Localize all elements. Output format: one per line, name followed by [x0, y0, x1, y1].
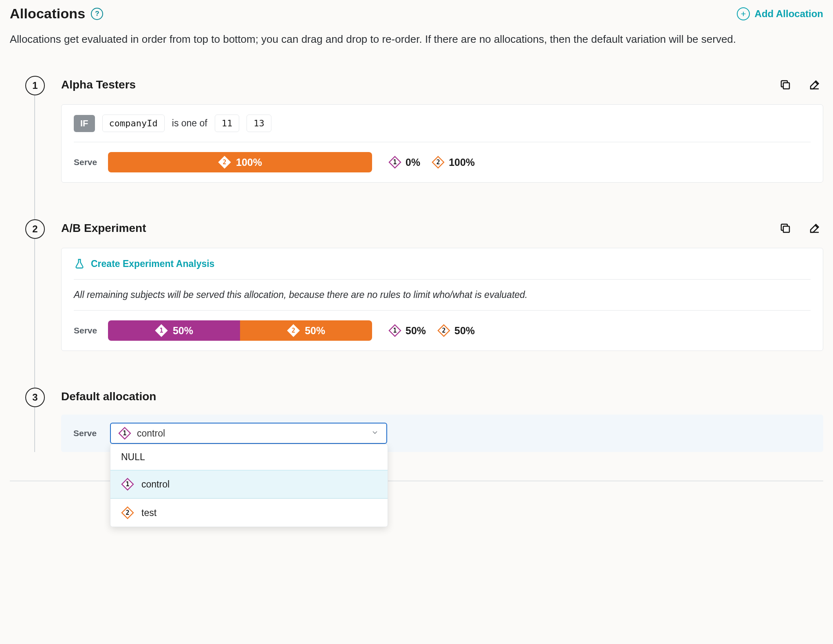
- variation-option-label: test: [141, 507, 156, 518]
- default-serve-card: Serve 1 control: [61, 415, 823, 452]
- split-segment: 2 50%: [240, 320, 372, 341]
- variant-diamond-icon: 1: [388, 156, 401, 169]
- split-label: 100%: [236, 157, 262, 168]
- allocation-card: IF companyId is one of 11 13 Serve: [61, 104, 823, 183]
- page-title: Allocations: [10, 6, 85, 22]
- split-bar: 2 100%: [108, 152, 372, 172]
- page-subtitle: Allocations get evaluated in order from …: [10, 31, 823, 47]
- rule-operator: is one of: [172, 118, 207, 129]
- variant-diamond-icon: 1: [118, 427, 131, 440]
- variant-diamond-icon: 2: [287, 324, 300, 337]
- split-label: 50%: [173, 325, 193, 337]
- split-segment: 1 50%: [108, 320, 240, 341]
- allocation-card: Create Experiment Analysis All remaining…: [61, 248, 823, 351]
- rule-row: IF companyId is one of 11 13: [62, 105, 823, 142]
- help-icon[interactable]: ?: [91, 8, 103, 20]
- default-allocation-title: Default allocation: [61, 390, 156, 403]
- variant-diamond-icon: 2: [432, 156, 445, 169]
- legend-item: 2 100%: [432, 156, 475, 169]
- create-experiment-label: Create Experiment Analysis: [91, 258, 214, 269]
- variation-option-test[interactable]: 2 test: [110, 498, 388, 527]
- legend-label: 100%: [449, 157, 475, 168]
- variation-select-value: control: [137, 428, 165, 439]
- variation-select[interactable]: 1 control: [110, 423, 387, 444]
- rule-value: 11: [215, 115, 240, 132]
- plus-icon: [737, 7, 750, 20]
- add-allocation-label: Add Allocation: [755, 8, 823, 20]
- svg-rect-0: [783, 83, 789, 89]
- variation-option-label: NULL: [121, 452, 145, 463]
- serve-label: Serve: [74, 326, 101, 335]
- split-segment: 2 100%: [108, 152, 372, 172]
- split-bar: 1 50% 2 50%: [108, 320, 372, 341]
- edit-icon[interactable]: [809, 79, 821, 91]
- variation-option-control[interactable]: 1 control: [110, 470, 388, 498]
- copy-icon[interactable]: [779, 222, 791, 234]
- variant-diamond-icon: 2: [218, 156, 231, 169]
- allocation-note: All remaining subjects will be served th…: [74, 289, 528, 300]
- legend-item: 1 0%: [388, 156, 420, 169]
- variation-dropdown: NULL 1 control: [110, 444, 388, 527]
- legend-item: 2 50%: [437, 324, 475, 337]
- legend-label: 50%: [454, 325, 475, 337]
- serve-row: Serve 2 100%: [62, 142, 823, 182]
- step-badge: 1: [25, 76, 45, 95]
- create-experiment-link[interactable]: Create Experiment Analysis: [74, 258, 214, 269]
- if-chip: IF: [74, 115, 95, 132]
- legend-item: 1 50%: [388, 324, 426, 337]
- serve-label: Serve: [73, 428, 100, 438]
- legend-label: 0%: [405, 157, 420, 168]
- split-label: 50%: [305, 325, 325, 337]
- variant-diamond-icon: 1: [155, 324, 168, 337]
- svg-rect-4: [783, 226, 789, 232]
- rule-value: 13: [247, 115, 271, 132]
- variant-diamond-icon: 2: [437, 324, 450, 337]
- copy-icon[interactable]: [779, 79, 791, 91]
- allocation-title: Alpha Testers: [61, 78, 136, 91]
- legend-label: 50%: [405, 325, 426, 337]
- variant-diamond-icon: 2: [121, 506, 134, 519]
- rule-attribute: companyId: [102, 115, 165, 132]
- serve-row: Serve 1 50%: [62, 311, 823, 351]
- add-allocation-button[interactable]: Add Allocation: [737, 7, 823, 20]
- variant-diamond-icon: 1: [388, 324, 401, 337]
- chevron-down-icon: [371, 428, 379, 439]
- serve-label: Serve: [74, 157, 101, 167]
- step-badge: 3: [25, 388, 45, 407]
- variant-diamond-icon: 1: [121, 478, 134, 491]
- edit-icon[interactable]: [809, 222, 821, 234]
- variation-option-label: control: [141, 479, 170, 490]
- variation-option-null[interactable]: NULL: [110, 444, 388, 470]
- flask-icon: [74, 258, 85, 269]
- step-badge: 2: [25, 219, 45, 239]
- allocation-title: A/B Experiment: [61, 222, 146, 235]
